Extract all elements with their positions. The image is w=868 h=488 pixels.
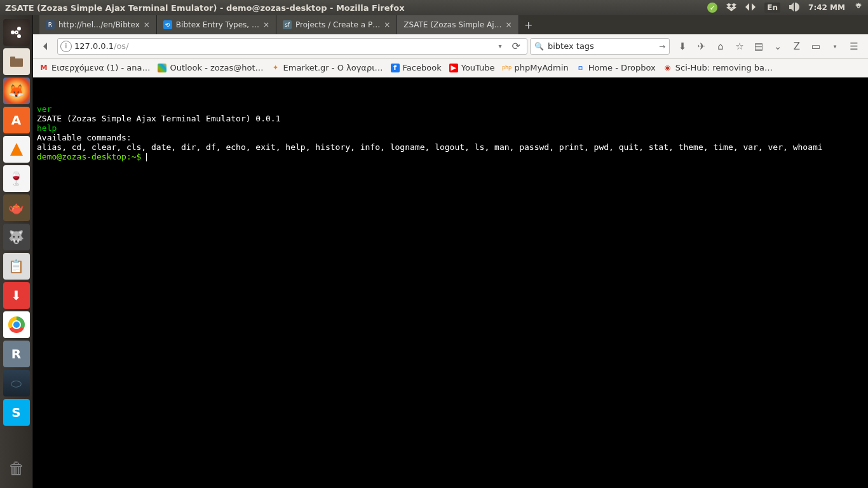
svg-rect-4 — [10, 58, 23, 67]
facebook-icon: f — [391, 64, 400, 72]
bm-facebook[interactable]: f Facebook — [391, 63, 442, 72]
volume-tray-icon[interactable] — [789, 3, 799, 13]
close-tab-icon[interactable]: × — [144, 20, 150, 29]
overflow-chevron-icon[interactable]: ▾ — [829, 43, 841, 50]
history-dropdown-icon[interactable]: ▾ — [495, 43, 506, 50]
reader-icon[interactable]: ▭ — [810, 41, 822, 52]
bookmarks-bar: M Εισερχόμενα (1) - ana… Outlook - zozas… — [33, 58, 868, 78]
skype-icon[interactable]: S — [3, 399, 30, 426]
rstudio-icon[interactable]: R — [3, 341, 30, 367]
toolbar-right-icons: ⬇ ✈ ⌂ ☆ ▤ ⌄ Z ▭ ▾ ☰ — [672, 41, 864, 52]
tab-label: Projects / Create a P… — [295, 20, 380, 29]
keyboard-language-indicator[interactable]: En — [764, 3, 780, 13]
phpmyadmin-icon: php — [503, 64, 512, 72]
vlc-icon[interactable] — [3, 136, 30, 163]
new-tab-button[interactable]: + — [519, 15, 538, 34]
browser-tabstrip: R http://hel.../en/Bibtex × ⟲ Bibtex Ent… — [33, 15, 868, 34]
svg-rect-5 — [10, 57, 15, 59]
shell-prompt: demo@zozas-desktop:~$ — [37, 152, 146, 161]
search-go-icon[interactable]: → — [659, 42, 665, 51]
tab-label: ZSATE (Zozas Simple Aj… — [403, 20, 501, 29]
bookmark-star-icon[interactable]: ☆ — [733, 41, 746, 52]
trash-icon[interactable]: 🗑 — [3, 455, 30, 482]
gmail-icon: M — [39, 64, 48, 72]
tea-icon[interactable]: 🫖 — [3, 194, 30, 221]
bookmarks-menu-icon[interactable]: ▤ — [752, 41, 765, 52]
reload-button[interactable]: ⟳ — [508, 40, 524, 52]
tab-sourceforge-project[interactable]: sf Projects / Create a P… × — [276, 15, 397, 34]
site-info-icon[interactable]: i — [60, 41, 72, 52]
back-button[interactable] — [37, 37, 55, 55]
tab-bibtex-helper[interactable]: R http://hel.../en/Bibtex × — [39, 15, 157, 34]
bm-label: Emarket.gr - Ο λογαρι… — [283, 63, 383, 72]
close-tab-icon[interactable]: × — [263, 20, 269, 29]
bm-youtube[interactable]: ▶ YouTube — [449, 63, 495, 72]
bm-gmail[interactable]: M Εισερχόμενα (1) - ana… — [39, 63, 150, 72]
search-engine-icon[interactable]: 🔍 — [534, 42, 544, 51]
send-icon[interactable]: ✈ — [695, 41, 708, 52]
gimp-icon[interactable]: 🐺 — [3, 224, 30, 250]
tab-label: http://hel.../en/Bibtex — [58, 20, 140, 29]
bm-phpmyadmin[interactable]: php phpMyAdmin — [503, 63, 569, 72]
tab-zsate[interactable]: ZSATE (Zozas Simple Aj… × — [397, 15, 519, 34]
terminal-emulator[interactable]: ver ZSATE (Zozas Simple Ajax Terminal Em… — [33, 78, 868, 488]
browser-navbar: i 127.0.0.1/os/ ▾ ⟳ 🔍 bibtex tags → ⬇ ✈ … — [33, 34, 868, 58]
notes-icon[interactable]: 📋 — [3, 253, 30, 280]
status-ok-icon[interactable]: ✓ — [707, 3, 717, 13]
window-titlebar: ZSATE (Zozas Simple Ajax Terminal Emulat… — [0, 0, 868, 15]
files-icon[interactable] — [3, 48, 30, 75]
bm-label: Εισερχόμενα (1) - ana… — [51, 63, 150, 72]
svg-point-2 — [17, 34, 21, 38]
bm-label: Outlook - zozas@hot… — [170, 63, 263, 72]
software-center-icon[interactable]: A — [3, 107, 30, 133]
emarket-icon: ✦ — [271, 64, 280, 72]
unity-launcher: 🦊 A 🍷 🫖 🐺 📋 ⬇ R ⬭ S 🗑 — [0, 15, 33, 488]
svg-point-3 — [15, 31, 18, 34]
scihub-icon: ◉ — [663, 64, 672, 72]
zotero-icon[interactable]: Z — [790, 41, 803, 52]
downloads-icon[interactable]: ⬇ — [676, 41, 689, 52]
favicon-icon: ⟲ — [163, 20, 172, 29]
url-bar[interactable]: i 127.0.0.1/os/ ▾ ⟳ — [57, 38, 527, 55]
bm-label: phpMyAdmin — [515, 63, 569, 72]
tab-bibtex-entry-types[interactable]: ⟲ Bibtex Entry Types, … × — [157, 15, 276, 34]
outlook-icon — [158, 64, 166, 72]
search-bar[interactable]: 🔍 bibtex tags → — [530, 38, 670, 55]
tab-label: Bibtex Entry Types, … — [176, 20, 259, 29]
seafile-icon[interactable]: ⬭ — [3, 370, 30, 396]
svg-point-0 — [11, 30, 15, 34]
dash-icon[interactable] — [3, 19, 30, 46]
bm-emarket[interactable]: ✦ Emarket.gr - Ο λογαρι… — [271, 63, 383, 72]
bm-label: Home - Dropbox — [588, 63, 656, 72]
output-line: ZSATE (Zozas Simple Ajax Terminal Emulat… — [37, 114, 281, 123]
cmd-line: help — [37, 123, 57, 133]
close-tab-icon[interactable]: × — [506, 20, 512, 29]
firefox-icon[interactable]: 🦊 — [3, 78, 30, 104]
dropbox-icon: ⧈ — [576, 64, 585, 72]
clock[interactable]: 7:42 MM — [808, 3, 845, 12]
window-title: ZSATE (Zozas Simple Ajax Terminal Emulat… — [5, 3, 707, 13]
search-text: bibtex tags — [548, 41, 655, 51]
home-icon[interactable]: ⌂ — [714, 41, 727, 52]
download-icon[interactable]: ⬇ — [3, 282, 30, 309]
dropbox-tray-icon[interactable] — [726, 2, 736, 14]
session-gear-icon[interactable] — [854, 3, 863, 13]
system-tray: ✓ En 7:42 MM — [707, 2, 863, 14]
hamburger-menu-icon[interactable]: ☰ — [848, 41, 860, 52]
pocket-icon[interactable]: ⌄ — [771, 41, 784, 52]
bm-outlook[interactable]: Outlook - zozas@hot… — [158, 63, 263, 72]
bm-scihub[interactable]: ◉ Sci-Hub: removing ba… — [663, 63, 773, 72]
bm-dropbox[interactable]: ⧈ Home - Dropbox — [576, 63, 656, 72]
close-tab-icon[interactable]: × — [384, 20, 390, 29]
text-cursor — [146, 153, 147, 161]
svg-point-1 — [17, 27, 21, 30]
wine-icon[interactable]: 🍷 — [3, 165, 30, 192]
output-line: alias, cd, clear, cls, date, dir, df, ec… — [37, 142, 823, 152]
bm-label: YouTube — [461, 63, 495, 72]
youtube-icon: ▶ — [449, 64, 458, 72]
bm-label: Sci-Hub: removing ba… — [675, 63, 773, 72]
chromium-icon[interactable] — [3, 311, 30, 338]
output-line: Available commands: — [37, 133, 132, 142]
favicon-icon: R — [46, 20, 55, 29]
network-tray-icon[interactable] — [745, 3, 756, 13]
